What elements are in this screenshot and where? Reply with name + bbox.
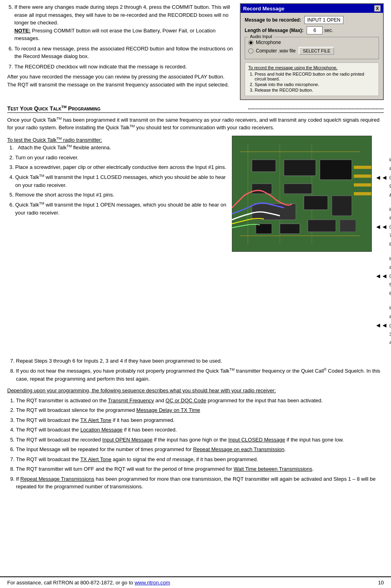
svg-rect-36	[364, 192, 366, 195]
svg-rect-12	[304, 196, 328, 210]
list-item: Place a screwdriver, paper clip or other…	[15, 163, 228, 171]
circuit-board-container: ◄◄ Input #1 (pins 9 &10) ◄◄ Input #2 (pi…	[232, 136, 384, 353]
list-item: The RQT will broadcast silence for the p…	[16, 406, 384, 414]
instruction-item: Speak into the radio microphone.	[255, 82, 375, 87]
bottom-section: Depending upon your programming, the fol…	[7, 387, 384, 491]
instructions-box: To record the message using the Micropho…	[245, 62, 379, 96]
svg-rect-6	[252, 160, 276, 172]
svg-rect-23	[354, 175, 370, 178]
length-label: Length of Message (Max):	[245, 28, 303, 33]
list-item: If you do not hear the messages, you hav…	[16, 367, 384, 383]
circuit-board-image	[232, 136, 372, 253]
message-value[interactable]: INPUT 1 OPEN	[304, 16, 343, 24]
list-item: The RQT will broadcast the Location Mess…	[16, 426, 384, 434]
wav-label: Computer .wav file	[256, 48, 295, 54]
length-value[interactable]: 6	[307, 26, 323, 34]
list-item: Quick TalkTM will transmit the Input 1 C…	[15, 173, 228, 189]
dialog-body: Message to be recorded: INPUT 1 OPEN Len…	[241, 13, 383, 99]
list-item: Turn on your radio receiver.	[15, 154, 228, 162]
list-item: The RECORDED checkbox will now indicate …	[14, 63, 233, 71]
svg-rect-16	[308, 220, 336, 232]
svg-rect-37	[369, 192, 371, 195]
input-label-4: ◄◄ Input #4 (pins 3 & 4)	[375, 304, 391, 347]
svg-rect-24	[354, 175, 356, 178]
dialog-close-button[interactable]: X	[374, 5, 381, 12]
svg-rect-26	[364, 175, 366, 178]
svg-rect-27	[369, 175, 371, 178]
list-item: The RQT transmitter will turn OFF and th…	[16, 465, 384, 473]
svg-rect-7	[284, 160, 316, 176]
more-test-items: Repeat Steps 3 through 6 for Inputs 2, 3…	[7, 357, 384, 383]
svg-rect-32	[369, 183, 371, 187]
svg-rect-30	[359, 183, 361, 187]
note-text: NOTE: Pressing COMMIT button will not er…	[14, 27, 233, 42]
middle-section: Once your Quick TalkTM has been programm…	[7, 116, 384, 132]
svg-rect-17	[340, 220, 356, 232]
test-heading: To test the Quick TalkTM radio transmitt…	[7, 136, 228, 144]
instructions-list: Press and hold the RECORD button on the …	[248, 72, 375, 92]
instruction-item: Release the RECORD button.	[255, 88, 375, 92]
list-item: If there were any changes made during st…	[14, 3, 233, 42]
intro-paragraph: Once your Quick TalkTM has been programm…	[7, 116, 384, 132]
svg-rect-22	[369, 166, 371, 169]
svg-rect-25	[359, 175, 361, 178]
list-item: If Repeat Message Transmissions has been…	[16, 475, 384, 491]
microphone-label: Microphone	[256, 40, 281, 45]
list-item: Attach the Quick TalkTM flexible antenna…	[15, 144, 228, 152]
footer: For assistance, call RITRON at 800-872-1…	[0, 576, 391, 588]
list-item: Quick TalkTM will transmit the Input 1 O…	[15, 201, 228, 217]
microphone-radio[interactable]	[248, 40, 253, 45]
svg-rect-20	[359, 166, 361, 169]
message-label: Message to be recorded:	[245, 17, 301, 23]
wav-radio-row: Computer .wav file SELECT FILE	[248, 47, 375, 55]
dialog-title: Record Message	[243, 6, 284, 12]
section-heading: Test Your Quick TalkTM Programming .....…	[7, 105, 384, 113]
footer-link[interactable]: www.ritron.com	[135, 580, 170, 586]
test-list: Attach the Quick TalkTM flexible antenna…	[7, 144, 228, 217]
svg-rect-33	[354, 192, 370, 195]
depending-heading: Depending upon your programming, the fol…	[7, 387, 384, 395]
svg-rect-9	[284, 184, 312, 194]
after-paragraph: After you have recorded the message you …	[7, 73, 233, 88]
svg-rect-34	[354, 192, 356, 195]
footer-left: For assistance, call RITRON at 800-872-1…	[7, 580, 170, 586]
input-label-2: ◄◄ Input #2 (pins 7 & 8)	[375, 205, 391, 249]
svg-rect-29	[354, 183, 356, 187]
list-item: Repeat Steps 3 through 6 for Inputs 2, 3…	[16, 357, 384, 365]
list-item: The RQT transmitter is activated on the …	[16, 397, 384, 405]
list-item: Remove the short across the Input #1 pin…	[15, 191, 228, 199]
svg-rect-35	[359, 192, 361, 195]
svg-rect-14	[256, 224, 272, 234]
list-item: The RQT will broadcast the TX Alert Tone…	[16, 456, 384, 464]
svg-rect-31	[364, 183, 366, 187]
list-item: The RQT will broadcast the TX Alert Tone…	[16, 416, 384, 424]
circuit-board-svg	[232, 136, 372, 252]
microphone-radio-row: Microphone	[248, 40, 375, 45]
list-item: The Input Message will be repeated for t…	[16, 446, 384, 454]
svg-rect-8	[252, 184, 272, 194]
svg-rect-13	[332, 196, 352, 216]
sequence-list: The RQT transmitter is activated on the …	[7, 397, 384, 491]
input-label-3: ◄◄ Input #3 (pins 5 & 6)	[375, 255, 391, 298]
instruction-item: Press and hold the RECORD button on the …	[255, 72, 375, 81]
audio-input-group: Audio Input Microphone Computer .wav fil…	[245, 37, 379, 59]
message-row: Message to be recorded: INPUT 1 OPEN	[245, 16, 379, 24]
svg-rect-18	[354, 166, 370, 169]
wav-radio[interactable]	[248, 48, 253, 54]
length-row: Length of Message (Max): 6 sec.	[245, 26, 379, 34]
list-item: To record a new message, press the assoc…	[14, 45, 233, 60]
list-item: The RQT will broadcast the recorded Inpu…	[16, 436, 384, 444]
dialog-titlebar: Record Message X	[241, 4, 383, 13]
test-section: To test the Quick TalkTM radio transmitt…	[7, 136, 384, 353]
audio-input-legend: Audio Input	[248, 34, 274, 39]
length-unit: sec.	[324, 28, 333, 33]
footer-page-number: 10	[378, 580, 384, 586]
test-left: To test the Quick TalkTM radio transmitt…	[7, 136, 228, 353]
svg-rect-15	[280, 224, 300, 234]
select-file-button[interactable]: SELECT FILE	[299, 47, 334, 55]
svg-rect-10	[320, 160, 352, 180]
svg-rect-19	[354, 166, 356, 169]
svg-rect-28	[354, 183, 370, 187]
instructions-title: To record the message using the Micropho…	[248, 65, 375, 70]
svg-rect-21	[364, 166, 366, 169]
